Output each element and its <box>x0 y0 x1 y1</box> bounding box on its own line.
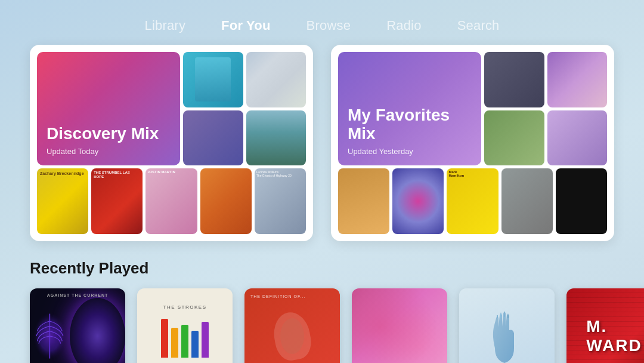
album-definition[interactable]: THE DEFINITION OF... <box>244 288 340 363</box>
discovery-bottom-2: THE STRUMBEL LASHOPE <box>91 168 143 234</box>
main-content: Discovery Mix Updated Today <box>0 45 644 363</box>
album-against-current[interactable]: AGAINST THE CURRENT <box>30 288 125 363</box>
favorites-bottom-1 <box>338 168 389 234</box>
favorites-bottom-2 <box>392 168 444 234</box>
top-navigation: Library For You Browse Radio Search <box>0 0 644 45</box>
favorites-mix-card[interactable]: My Favorites Mix Updated Yesterday <box>331 45 614 241</box>
discovery-thumb-1 <box>183 52 243 107</box>
discovery-bottom-4 <box>200 168 252 234</box>
album-wall-of-death[interactable]: WALL OF DEATHLOVELAND <box>352 288 447 363</box>
nav-for-you[interactable]: For You <box>221 18 270 33</box>
discovery-bottom-3: JUSTIN MARTIN <box>145 168 197 234</box>
discovery-mix-subtitle: Updated Today <box>47 147 159 156</box>
nav-search[interactable]: Search <box>457 18 500 33</box>
album-m-ward[interactable]: M.WARD <box>566 288 644 363</box>
discovery-mix-bottom: Zac­hary Breck­enridge THE STRUMBEL LASH… <box>37 168 306 234</box>
discovery-mix-card[interactable]: Discovery Mix Updated Today <box>30 45 313 241</box>
nav-radio[interactable]: Radio <box>386 18 421 33</box>
nav-library[interactable]: Library <box>144 18 185 33</box>
favorites-bottom-3: MarkHamilton <box>447 168 498 234</box>
discovery-thumb-2 <box>246 52 306 107</box>
favorites-mix-title: My Favorites Mix <box>348 106 472 143</box>
favorites-bottom-4 <box>501 168 553 234</box>
favorites-mix-bottom: MarkHamilton <box>338 168 607 234</box>
favorites-mix-subtitle: Updated Yesterday <box>348 147 472 156</box>
discovery-thumb-3 <box>183 110 243 166</box>
discovery-bottom-5: Lucinda WilliamsThe Ghosts of Highway 20 <box>255 168 306 234</box>
discovery-thumb-4 <box>246 110 306 166</box>
discovery-bottom-1: Zac­hary Breck­enridge <box>37 168 88 234</box>
nav-browse[interactable]: Browse <box>306 18 351 33</box>
favorites-thumb-4 <box>547 110 608 166</box>
discovery-mix-title: Discovery Mix <box>47 125 159 143</box>
recently-played-section: Recently Played AGAINST THE CURRENT <box>30 259 614 363</box>
album-strokes[interactable]: THE STROKES FUTURE PRESENT PAST EP <box>137 288 233 363</box>
recently-played-title: Recently Played <box>30 259 614 278</box>
favorites-mix-grid <box>484 52 607 165</box>
favorites-bottom-5 <box>556 168 607 234</box>
discovery-mix-hero: Discovery Mix Updated Today <box>37 52 180 165</box>
album-hand[interactable] <box>459 288 555 363</box>
discovery-mix-grid <box>183 52 306 165</box>
favorites-thumb-3 <box>484 110 544 166</box>
recently-played-row: AGAINST THE CURRENT <box>30 288 614 363</box>
favorites-thumb-2 <box>547 52 608 107</box>
favorites-mix-hero: My Favorites Mix Updated Yesterday <box>338 52 481 165</box>
favorites-thumb-1 <box>484 52 544 107</box>
mix-cards-row: Discovery Mix Updated Today <box>30 45 614 241</box>
